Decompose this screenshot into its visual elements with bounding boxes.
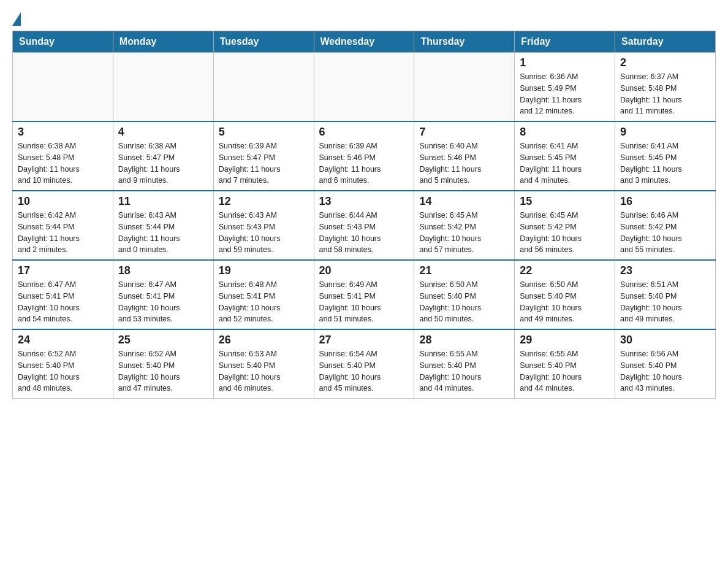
day-info: Sunrise: 6:38 AM Sunset: 5:47 PM Dayligh… [118, 140, 208, 186]
day-info: Sunrise: 6:40 AM Sunset: 5:46 PM Dayligh… [419, 140, 509, 186]
calendar-day-cell: 5Sunrise: 6:39 AM Sunset: 5:47 PM Daylig… [213, 121, 314, 191]
day-number: 13 [319, 195, 409, 208]
day-info: Sunrise: 6:55 AM Sunset: 5:40 PM Dayligh… [520, 348, 610, 394]
day-info: Sunrise: 6:41 AM Sunset: 5:45 PM Dayligh… [520, 140, 610, 186]
day-number: 9 [620, 126, 710, 139]
calendar-day-cell: 2Sunrise: 6:37 AM Sunset: 5:48 PM Daylig… [615, 53, 716, 122]
page-header [12, 12, 716, 25]
day-number: 17 [18, 264, 108, 277]
weekday-header-sunday: Sunday [13, 31, 113, 53]
calendar-day-cell [13, 53, 113, 122]
day-info: Sunrise: 6:48 AM Sunset: 5:41 PM Dayligh… [219, 279, 309, 325]
calendar-day-cell: 17Sunrise: 6:47 AM Sunset: 5:41 PM Dayli… [13, 260, 113, 329]
day-info: Sunrise: 6:52 AM Sunset: 5:40 PM Dayligh… [18, 348, 108, 394]
calendar-day-cell: 3Sunrise: 6:38 AM Sunset: 5:48 PM Daylig… [13, 121, 113, 191]
day-number: 24 [18, 334, 108, 347]
calendar-day-cell [314, 53, 414, 122]
day-info: Sunrise: 6:46 AM Sunset: 5:42 PM Dayligh… [620, 210, 710, 256]
calendar-day-cell: 6Sunrise: 6:39 AM Sunset: 5:46 PM Daylig… [314, 121, 414, 191]
calendar-day-cell: 21Sunrise: 6:50 AM Sunset: 5:40 PM Dayli… [414, 260, 515, 329]
weekday-header-thursday: Thursday [414, 31, 515, 53]
calendar-day-cell: 18Sunrise: 6:47 AM Sunset: 5:41 PM Dayli… [113, 260, 213, 329]
day-info: Sunrise: 6:47 AM Sunset: 5:41 PM Dayligh… [118, 279, 208, 325]
day-info: Sunrise: 6:43 AM Sunset: 5:44 PM Dayligh… [118, 210, 208, 256]
day-info: Sunrise: 6:41 AM Sunset: 5:45 PM Dayligh… [620, 140, 710, 186]
day-number: 14 [419, 195, 509, 208]
day-number: 10 [18, 195, 108, 208]
logo-triangle-icon [12, 12, 21, 26]
calendar-table: SundayMondayTuesdayWednesdayThursdayFrid… [12, 31, 716, 399]
day-info: Sunrise: 6:36 AM Sunset: 5:49 PM Dayligh… [520, 71, 610, 117]
day-info: Sunrise: 6:54 AM Sunset: 5:40 PM Dayligh… [319, 348, 409, 394]
day-info: Sunrise: 6:51 AM Sunset: 5:40 PM Dayligh… [620, 279, 710, 325]
calendar-day-cell: 4Sunrise: 6:38 AM Sunset: 5:47 PM Daylig… [113, 121, 213, 191]
calendar-week-row: 3Sunrise: 6:38 AM Sunset: 5:48 PM Daylig… [13, 121, 716, 191]
logo [12, 12, 21, 25]
day-number: 29 [520, 334, 610, 347]
calendar-day-cell: 30Sunrise: 6:56 AM Sunset: 5:40 PM Dayli… [615, 329, 716, 399]
calendar-day-cell: 8Sunrise: 6:41 AM Sunset: 5:45 PM Daylig… [515, 121, 615, 191]
day-number: 19 [219, 264, 309, 277]
day-info: Sunrise: 6:39 AM Sunset: 5:47 PM Dayligh… [219, 140, 309, 186]
weekday-header-friday: Friday [515, 31, 615, 53]
day-info: Sunrise: 6:37 AM Sunset: 5:48 PM Dayligh… [620, 71, 710, 117]
day-number: 22 [520, 264, 610, 277]
day-info: Sunrise: 6:42 AM Sunset: 5:44 PM Dayligh… [18, 210, 108, 256]
calendar-day-cell: 24Sunrise: 6:52 AM Sunset: 5:40 PM Dayli… [13, 329, 113, 399]
day-info: Sunrise: 6:52 AM Sunset: 5:40 PM Dayligh… [118, 348, 208, 394]
day-number: 3 [18, 126, 108, 139]
weekday-header-saturday: Saturday [615, 31, 716, 53]
calendar-day-cell: 25Sunrise: 6:52 AM Sunset: 5:40 PM Dayli… [113, 329, 213, 399]
calendar-day-cell: 26Sunrise: 6:53 AM Sunset: 5:40 PM Dayli… [213, 329, 314, 399]
calendar-day-cell: 29Sunrise: 6:55 AM Sunset: 5:40 PM Dayli… [515, 329, 615, 399]
day-number: 8 [520, 126, 610, 139]
day-number: 16 [620, 195, 710, 208]
day-number: 5 [219, 126, 309, 139]
day-number: 23 [620, 264, 710, 277]
day-number: 18 [118, 264, 208, 277]
day-number: 2 [620, 56, 710, 69]
calendar-week-row: 17Sunrise: 6:47 AM Sunset: 5:41 PM Dayli… [13, 260, 716, 329]
day-info: Sunrise: 6:47 AM Sunset: 5:41 PM Dayligh… [18, 279, 108, 325]
day-number: 7 [419, 126, 509, 139]
calendar-day-cell [414, 53, 515, 122]
calendar-day-cell [113, 53, 213, 122]
calendar-day-cell: 13Sunrise: 6:44 AM Sunset: 5:43 PM Dayli… [314, 191, 414, 260]
day-number: 20 [319, 264, 409, 277]
day-info: Sunrise: 6:44 AM Sunset: 5:43 PM Dayligh… [319, 210, 409, 256]
calendar-day-cell: 15Sunrise: 6:45 AM Sunset: 5:42 PM Dayli… [515, 191, 615, 260]
day-number: 27 [319, 334, 409, 347]
day-number: 12 [219, 195, 309, 208]
day-number: 4 [118, 126, 208, 139]
calendar-day-cell: 27Sunrise: 6:54 AM Sunset: 5:40 PM Dayli… [314, 329, 414, 399]
weekday-header-monday: Monday [113, 31, 213, 53]
calendar-week-row: 1Sunrise: 6:36 AM Sunset: 5:49 PM Daylig… [13, 53, 716, 122]
calendar-day-cell: 11Sunrise: 6:43 AM Sunset: 5:44 PM Dayli… [113, 191, 213, 260]
day-info: Sunrise: 6:39 AM Sunset: 5:46 PM Dayligh… [319, 140, 409, 186]
calendar-day-cell: 22Sunrise: 6:50 AM Sunset: 5:40 PM Dayli… [515, 260, 615, 329]
calendar-day-cell: 9Sunrise: 6:41 AM Sunset: 5:45 PM Daylig… [615, 121, 716, 191]
day-info: Sunrise: 6:38 AM Sunset: 5:48 PM Dayligh… [18, 140, 108, 186]
calendar-header-row: SundayMondayTuesdayWednesdayThursdayFrid… [13, 31, 716, 53]
day-info: Sunrise: 6:49 AM Sunset: 5:41 PM Dayligh… [319, 279, 409, 325]
day-number: 21 [419, 264, 509, 277]
day-info: Sunrise: 6:45 AM Sunset: 5:42 PM Dayligh… [419, 210, 509, 256]
calendar-day-cell: 23Sunrise: 6:51 AM Sunset: 5:40 PM Dayli… [615, 260, 716, 329]
day-number: 26 [219, 334, 309, 347]
day-info: Sunrise: 6:55 AM Sunset: 5:40 PM Dayligh… [419, 348, 509, 394]
day-number: 11 [118, 195, 208, 208]
calendar-day-cell [213, 53, 314, 122]
day-number: 25 [118, 334, 208, 347]
calendar-day-cell: 20Sunrise: 6:49 AM Sunset: 5:41 PM Dayli… [314, 260, 414, 329]
calendar-day-cell: 19Sunrise: 6:48 AM Sunset: 5:41 PM Dayli… [213, 260, 314, 329]
day-number: 6 [319, 126, 409, 139]
day-info: Sunrise: 6:50 AM Sunset: 5:40 PM Dayligh… [419, 279, 509, 325]
calendar-day-cell: 10Sunrise: 6:42 AM Sunset: 5:44 PM Dayli… [13, 191, 113, 260]
calendar-day-cell: 14Sunrise: 6:45 AM Sunset: 5:42 PM Dayli… [414, 191, 515, 260]
calendar-week-row: 10Sunrise: 6:42 AM Sunset: 5:44 PM Dayli… [13, 191, 716, 260]
calendar-day-cell: 12Sunrise: 6:43 AM Sunset: 5:43 PM Dayli… [213, 191, 314, 260]
weekday-header-wednesday: Wednesday [314, 31, 414, 53]
day-info: Sunrise: 6:53 AM Sunset: 5:40 PM Dayligh… [219, 348, 309, 394]
day-info: Sunrise: 6:56 AM Sunset: 5:40 PM Dayligh… [620, 348, 710, 394]
day-number: 1 [520, 56, 610, 69]
